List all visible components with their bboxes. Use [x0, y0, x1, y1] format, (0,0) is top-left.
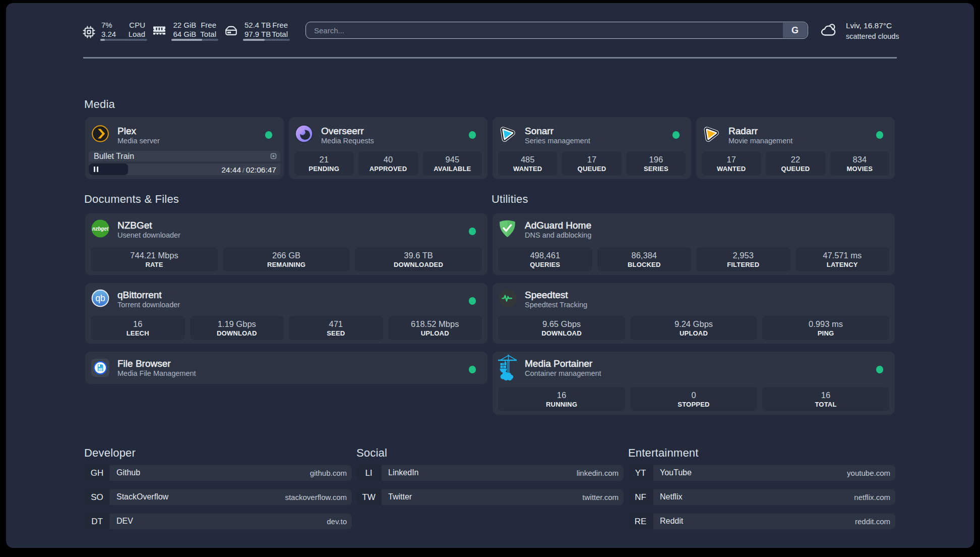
svg-text:nzbget: nzbget: [92, 226, 109, 232]
svg-text:qb: qb: [95, 293, 105, 303]
